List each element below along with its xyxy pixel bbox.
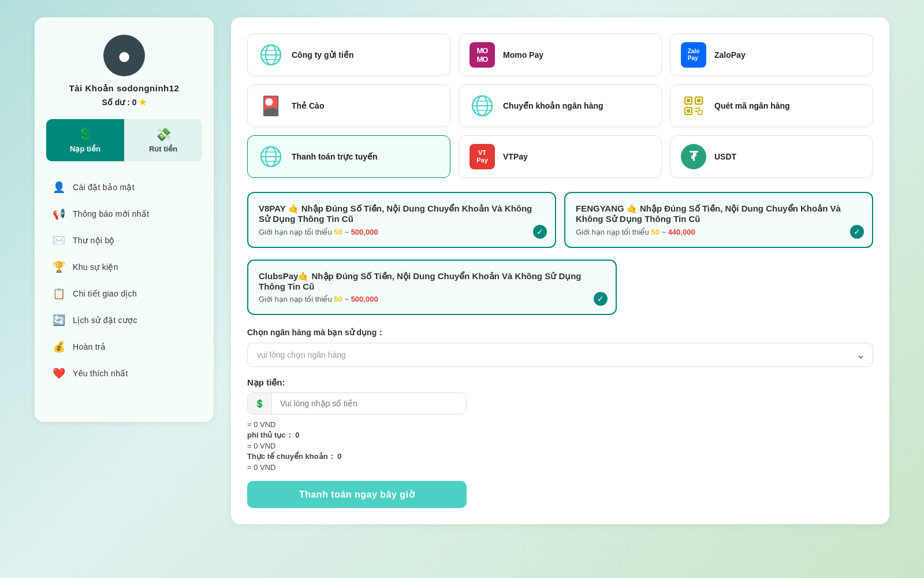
tab-row: 💲 Nạp tiền 💸 Rút tiền (46, 119, 202, 161)
method-thanh-toan[interactable]: Thanh toán trực tuyến (247, 135, 450, 178)
rut-tien-icon: 💸 (155, 127, 171, 142)
menu-item-notification[interactable]: 📢 Thông báo mới nhất (46, 202, 202, 226)
method-chuyen-khoan-label: Chuyển khoản ngân hàng (503, 101, 603, 110)
fengyang-check-icon: ✓ (850, 225, 864, 239)
currency-icon: 💲 (248, 393, 272, 414)
globe-icon-cong-ty (258, 42, 284, 68)
menu-item-security[interactable]: 👤 Cài đặt bảo mật (46, 175, 202, 199)
method-the-cao[interactable]: 🎴 Thẻ Cào (247, 84, 450, 127)
bank-card-single-row: ClubsPay🤙 Nhập Đúng Số Tiền, Nội Dung Ch… (247, 260, 873, 315)
menu-item-favorite[interactable]: ❤️ Yêu thích nhất (46, 361, 202, 386)
method-usdt-label: USDT (714, 152, 736, 161)
svg-rect-13 (687, 99, 690, 102)
tab-rut-tien[interactable]: 💸 Rút tiền (124, 119, 202, 161)
svg-rect-16 (695, 108, 697, 109)
clubspay-check-icon: ✓ (594, 292, 608, 306)
method-cong-ty-label: Công ty gửi tiền (292, 50, 353, 60)
menu-item-inbox[interactable]: ✉️ Thư nội bộ (46, 228, 202, 253)
tab-nap-tien[interactable]: 💲 Nạp tiền (46, 119, 124, 161)
sidebar: ● Tài Khoản sodongninh12 Số dư : 0 ★ 💲 N… (35, 17, 214, 422)
pay-button[interactable]: Thanh toán ngay bây giờ (247, 481, 467, 508)
menu-list: 👤 Cài đặt bảo mật 📢 Thông báo mới nhất ✉… (46, 175, 202, 386)
globe-icon-chuyen-khoan (470, 93, 495, 118)
method-quet-ma-label: Quét mã ngân hàng (714, 101, 790, 110)
method-momo-label: Momo Pay (503, 50, 543, 60)
svg-rect-17 (698, 108, 700, 109)
thuc-te-row: Thực tế chuyển khoản： 0 (247, 451, 873, 462)
trophy-icon: 🏆 (52, 261, 66, 273)
svg-rect-18 (695, 110, 697, 112)
transactions-icon: 📋 (52, 287, 66, 300)
nap-tien-label: Nạp tiền: (247, 377, 873, 388)
bank-card-fengyang-limit: Giới hạn nạp tối thiểu 50 ~ 440,000 (576, 228, 862, 236)
inbox-icon: ✉️ (52, 234, 66, 247)
menu-item-bet-history[interactable]: 🔄 Lịch sử đặt cược (46, 308, 202, 332)
bank-card-clubspay-title: ClubsPay🤙 Nhập Đúng Số Tiền, Nội Dung Ch… (259, 271, 605, 291)
qr-icon (681, 93, 706, 118)
method-cong-ty[interactable]: Công ty gửi tiền (247, 34, 450, 76)
user-icon: ● (117, 43, 131, 69)
method-zalopay-label: ZaloPay (714, 50, 746, 60)
svg-rect-14 (697, 99, 701, 102)
bank-card-clubspay[interactable]: ClubsPay🤙 Nhập Đúng Số Tiền, Nội Dung Ch… (247, 260, 617, 315)
balance: Số dư : 0 ★ (102, 97, 147, 108)
bank-card-v8pay-limit: Giới hạn nạp tối thiểu 50 ~ 500,000 (259, 228, 545, 236)
globe-icon-thanh-toan (258, 144, 284, 169)
bank-card-fengyang-title: FENGYANG 🤙 Nhập Đúng Số Tiền, Nội Dung C… (576, 203, 862, 224)
svg-rect-15 (687, 109, 690, 113)
avatar: ● (103, 35, 145, 76)
svg-rect-19 (698, 110, 702, 114)
menu-item-refund[interactable]: 💰 Hoàn trả (46, 335, 202, 359)
bank-card-v8pay[interactable]: V8PAY 🤙 Nhập Đúng Số Tiền, Nội Dung Chuy… (247, 192, 556, 248)
method-zalopay[interactable]: ZaloPay ZaloPay (670, 34, 873, 76)
username: Tài Khoản sodongninh12 (69, 83, 180, 94)
bank-card-v8pay-title: V8PAY 🤙 Nhập Đúng Số Tiền, Nội Dung Chuy… (259, 203, 545, 224)
security-icon: 👤 (52, 181, 66, 194)
bank-cards-grid: V8PAY 🤙 Nhập Đúng Số Tiền, Nội Dung Chuy… (247, 192, 873, 248)
card-icon: 🎴 (258, 93, 284, 118)
nap-tien-icon: 💲 (77, 127, 93, 142)
momo-icon: MOMO (470, 42, 495, 68)
method-thanh-toan-label: Thanh toán trực tuyến (292, 152, 378, 161)
method-the-cao-label: Thẻ Cào (292, 101, 324, 110)
vtpay-icon: VTPay (470, 144, 495, 169)
main-content: Công ty gửi tiền MOMO Momo Pay ZaloPay Z… (231, 17, 889, 524)
calc-equal2: = 0 VND (247, 442, 873, 450)
calc-rows: = 0 VND phí thủ tục： 0 = 0 VND Thực tế c… (247, 420, 873, 472)
method-vtpay-label: VTPay (503, 152, 528, 161)
menu-item-events[interactable]: 🏆 Khu sự kiện (46, 255, 202, 279)
amount-input[interactable] (272, 393, 466, 414)
refund-icon: 💰 (52, 340, 66, 353)
bank-card-clubspay-limit: Giới hạn nạp tối thiểu 50 ~ 500,000 (259, 295, 605, 303)
notification-icon: 📢 (52, 208, 66, 220)
phi-thu-tuc-row: phí thủ tục： 0 (247, 430, 873, 440)
history-icon: 🔄 (52, 314, 66, 327)
menu-item-transactions[interactable]: 📋 Chi tiết giao dịch (46, 281, 202, 306)
usdt-icon: ₮ (681, 144, 706, 169)
method-vtpay[interactable]: VTPay VTPay (459, 135, 662, 178)
amount-input-wrap: 💲 (247, 392, 467, 414)
calc-equal1: = 0 VND (247, 420, 873, 429)
form-section: Chọn ngân hàng mà bạn sử dụng： vui lòng … (247, 328, 873, 508)
method-usdt[interactable]: ₮ USDT (670, 135, 873, 178)
method-chuyen-khoan[interactable]: Chuyển khoản ngân hàng (459, 84, 662, 127)
v8pay-check-icon: ✓ (533, 225, 547, 239)
balance-star-icon: ★ (139, 97, 146, 107)
method-momo[interactable]: MOMO Momo Pay (459, 34, 662, 76)
bank-card-fengyang[interactable]: FENGYANG 🤙 Nhập Đúng Số Tiền, Nội Dung C… (564, 192, 873, 248)
bank-select-wrapper: vui lòng chọn ngân hàng ⌄ (247, 343, 873, 367)
zalopay-icon: ZaloPay (681, 42, 706, 68)
favorite-icon: ❤️ (52, 367, 66, 380)
bank-select[interactable]: vui lòng chọn ngân hàng (247, 343, 873, 367)
calc-equal3: = 0 VND (247, 463, 873, 472)
payment-method-grid: Công ty gửi tiền MOMO Momo Pay ZaloPay Z… (247, 34, 873, 178)
bank-select-label: Chọn ngân hàng mà bạn sử dụng： (247, 328, 873, 338)
method-quet-ma[interactable]: Quét mã ngân hàng (670, 84, 873, 127)
